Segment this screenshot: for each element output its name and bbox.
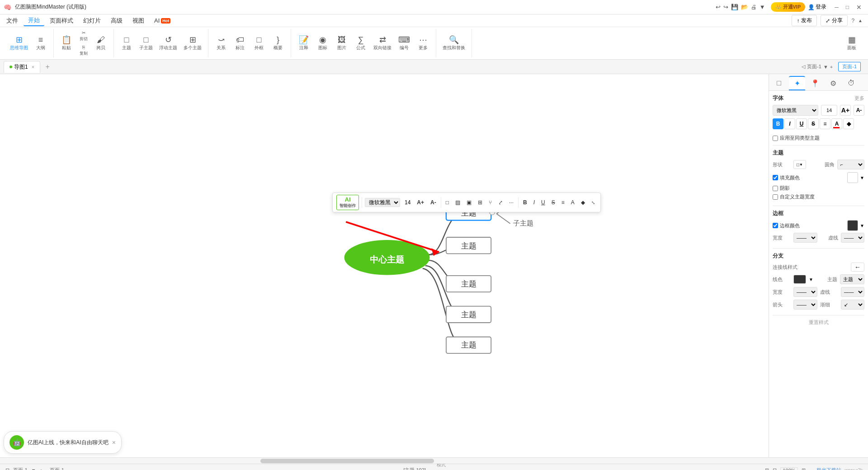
float-bold-btn[interactable]: B (521, 198, 529, 207)
hscroll-thumb[interactable] (260, 459, 434, 463)
float-more-btn[interactable]: ··· (507, 198, 515, 207)
float-align-btn[interactable]: ≡ (560, 198, 566, 207)
font-size-dec-btn[interactable]: A- (429, 198, 438, 207)
corner-select[interactable]: ⌐ ⌐⌐ (837, 160, 864, 169)
page-tab-prev[interactable]: ◁ (802, 64, 805, 70)
share-button[interactable]: ⤢ 分享 (821, 15, 848, 26)
underline-btn[interactable]: U (796, 118, 807, 129)
border-style-select[interactable]: —— - - - (841, 233, 865, 243)
float-strike-btn[interactable]: S (550, 198, 557, 207)
font-size-inc-btn[interactable]: A+ (415, 198, 426, 207)
publish-button[interactable]: ↑ 发布 (792, 15, 817, 26)
bold-btn[interactable]: B (773, 118, 783, 129)
italic-btn[interactable]: I (784, 118, 795, 129)
canvas[interactable]: 中心主题 主题 主题 子主题 子主题 主题 主题 主题 (0, 74, 769, 457)
toolbar-copy-btn[interactable]: ⎘复制 (76, 44, 91, 57)
float-connline-btn[interactable]: ⤤ (496, 198, 505, 207)
toolbar-bilink-btn[interactable]: ⇄ 双向链接 (371, 34, 394, 53)
toolbar-outline-btn[interactable]: ≡ 大纲 (32, 34, 50, 53)
maximize-button[interactable]: □ (843, 3, 852, 11)
font-size-up-btn[interactable]: A+ (840, 105, 851, 116)
page-tab-dropdown[interactable]: ▼ (823, 64, 828, 70)
font-family-select[interactable]: 微软雅黑 (365, 198, 400, 207)
ai-smart-create-btn[interactable]: AI 智能创作 (336, 195, 359, 210)
apply-same-type-cb[interactable] (773, 136, 778, 141)
shape-selector[interactable]: □▼ (793, 160, 806, 169)
minimize-button[interactable]: ─ (832, 3, 841, 11)
arrow-select[interactable]: —— (793, 300, 817, 310)
tab-diagram1[interactable]: 导图1 × (4, 61, 40, 73)
toolbar-cut-btn[interactable]: ✂剪切 (76, 29, 91, 43)
line-color-picker[interactable] (793, 275, 806, 284)
print-icon[interactable]: 🖨 (751, 4, 757, 10)
page-add-btn[interactable]: + (830, 64, 833, 70)
float-underline-btn[interactable]: U (539, 198, 547, 207)
font-color-btn[interactable]: A (831, 118, 842, 129)
float-italic-btn[interactable]: I (532, 198, 537, 207)
toolbar-icon-btn[interactable]: ◉ 图标 (314, 34, 332, 53)
toolbar-format-paint-btn[interactable]: 🖌 拷贝 (92, 34, 110, 53)
toolbar-find-replace-btn[interactable]: 🔍 查找和替换 (440, 34, 468, 53)
rp-tab-history[interactable]: ⏱ (843, 76, 859, 90)
highlight-btn[interactable]: ◆ (843, 118, 854, 129)
toolbar-topic-btn[interactable]: □ 主题 (118, 34, 136, 53)
rp-tab-map[interactable]: 📍 (807, 76, 823, 90)
float-border-btn[interactable]: ▣ (465, 198, 473, 207)
menu-start[interactable]: 开始 (24, 15, 44, 26)
close-button[interactable]: ✕ (854, 3, 864, 12)
save-icon[interactable]: 💾 (731, 4, 738, 10)
float-shape-btn[interactable]: □ (444, 198, 451, 207)
float-collapse-btn[interactable]: ⤡ (590, 199, 597, 206)
rp-tab-settings[interactable]: ⚙ (825, 76, 841, 90)
toolbar-image-btn[interactable]: 🖼 图片 (333, 34, 351, 53)
toolbar-numbering-btn[interactable]: ⌨ 编号 (395, 34, 413, 53)
float-branch-btn[interactable]: ⑂ (487, 198, 494, 207)
login-button[interactable]: 👤 登录 (808, 3, 826, 11)
tab-add-button[interactable]: + (42, 61, 53, 72)
toolbar-more-insert-btn[interactable]: ⋯ 更多 (414, 34, 432, 53)
float-fill-btn[interactable]: ▨ (453, 198, 462, 207)
topic-label-4[interactable]: 主题 (461, 310, 476, 319)
border-color-dropdown[interactable]: ▼ (860, 223, 864, 228)
font-family-rp-select[interactable]: 微软雅黑 (773, 105, 818, 116)
float-layout-btn[interactable]: ⊞ (476, 198, 484, 207)
topic-label-3[interactable]: 主题 (461, 280, 476, 288)
menu-ai[interactable]: AI Hot (150, 16, 175, 25)
strikethrough-btn[interactable]: S (808, 118, 819, 129)
rp-font-more[interactable]: 更多 (854, 95, 864, 102)
toolbar-mindmap-btn[interactable]: ⊞ 思维导图 (7, 34, 31, 53)
toolbar-label-btn[interactable]: 🏷 标注 (231, 34, 249, 53)
line-color-dropdown[interactable]: ▼ (809, 277, 813, 282)
toolbar-note-btn[interactable]: 📝 注释 (295, 34, 313, 53)
align-btn[interactable]: ≡ (820, 118, 830, 129)
toolbar-subtopic-btn[interactable]: □ 子主题 (137, 34, 156, 53)
fill-color-dropdown[interactable]: ▼ (860, 175, 864, 180)
toolbar-relation-btn[interactable]: ⤻ 关系 (212, 34, 230, 53)
custom-width-cb[interactable] (773, 194, 778, 200)
font-size-down-btn[interactable]: A- (854, 105, 864, 116)
float-font-color-btn[interactable]: A (569, 198, 576, 207)
collapse-button[interactable]: ▲ (858, 18, 863, 23)
tab-close-icon[interactable]: × (32, 64, 34, 70)
toolbar-summary-btn[interactable]: } 概要 (269, 34, 287, 53)
taper-select[interactable]: ↙ (841, 300, 865, 310)
open-icon[interactable]: 📂 (741, 4, 748, 10)
border-color-picker[interactable] (847, 220, 858, 231)
rp-tab-format[interactable]: ✦ (789, 76, 805, 90)
more-icon[interactable]: ▼ (760, 4, 765, 10)
hscrollbar[interactable] (0, 457, 868, 464)
fill-color-cb[interactable] (773, 175, 778, 180)
toolbar-formula-btn[interactable]: ∑ 公式 (352, 34, 370, 53)
menu-slides[interactable]: 幻灯片 (79, 16, 105, 26)
menu-page-style[interactable]: 页面样式 (45, 16, 78, 26)
toolbar-float-topic-btn[interactable]: ↺ 浮动主题 (156, 34, 180, 53)
vip-button[interactable]: 👑 开通VIP (771, 2, 806, 12)
reset-style-btn[interactable]: 重置样式 (809, 320, 829, 325)
panel-toggle-btn[interactable]: ▦ 面板 (843, 34, 861, 53)
font-size-rp-input[interactable] (821, 105, 837, 116)
float-highlight-btn[interactable]: ◆ (579, 198, 587, 207)
fill-color-picker[interactable] (847, 172, 858, 183)
conn-style-preview[interactable]: ← (851, 263, 864, 272)
rp-tab-style[interactable]: □ (771, 76, 787, 90)
line-type-select[interactable]: 主题 (840, 274, 864, 284)
